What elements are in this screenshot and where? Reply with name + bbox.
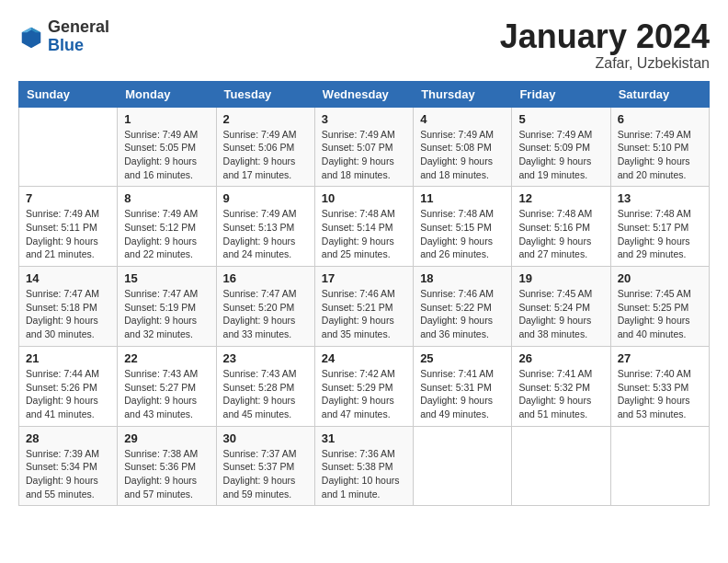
day-info: Sunrise: 7:41 AMSunset: 5:32 PMDaylight:… [518, 367, 603, 421]
weekday-header: Wednesday [314, 81, 413, 107]
day-number: 7 [26, 191, 110, 205]
page-header: General Blue January 2024 Zafar, Uzbekis… [18, 18, 710, 72]
calendar-cell: 18Sunrise: 7:46 AMSunset: 5:22 PMDayligh… [414, 267, 512, 347]
day-info: Sunrise: 7:43 AMSunset: 5:28 PMDaylight:… [223, 367, 308, 421]
day-number: 11 [420, 191, 505, 205]
calendar-cell: 2Sunrise: 7:49 AMSunset: 5:06 PMDaylight… [216, 107, 314, 187]
calendar-cell [19, 107, 118, 187]
calendar-cell: 8Sunrise: 7:49 AMSunset: 5:12 PMDaylight… [118, 187, 216, 267]
day-info: Sunrise: 7:45 AMSunset: 5:25 PMDaylight:… [618, 287, 702, 341]
weekday-header: Thursday [414, 81, 512, 107]
calendar-cell: 1Sunrise: 7:49 AMSunset: 5:05 PMDaylight… [118, 107, 216, 187]
day-info: Sunrise: 7:47 AMSunset: 5:18 PMDaylight:… [26, 287, 110, 341]
calendar-cell: 7Sunrise: 7:49 AMSunset: 5:11 PMDaylight… [19, 187, 118, 267]
day-info: Sunrise: 7:48 AMSunset: 5:16 PMDaylight:… [518, 207, 603, 261]
day-info: Sunrise: 7:49 AMSunset: 5:05 PMDaylight:… [124, 128, 209, 182]
calendar-cell: 4Sunrise: 7:49 AMSunset: 5:08 PMDaylight… [414, 107, 512, 187]
day-number: 29 [124, 431, 209, 445]
day-info: Sunrise: 7:46 AMSunset: 5:21 PMDaylight:… [322, 287, 406, 341]
day-info: Sunrise: 7:43 AMSunset: 5:27 PMDaylight:… [124, 367, 209, 421]
calendar-header-row: SundayMondayTuesdayWednesdayThursdayFrid… [19, 81, 710, 107]
calendar-cell [610, 426, 709, 506]
calendar-cell: 24Sunrise: 7:42 AMSunset: 5:29 PMDayligh… [314, 346, 413, 426]
calendar-cell: 29Sunrise: 7:38 AMSunset: 5:36 PMDayligh… [118, 426, 216, 506]
day-info: Sunrise: 7:49 AMSunset: 5:09 PMDaylight:… [518, 128, 603, 182]
logo-general: General [48, 17, 109, 36]
day-info: Sunrise: 7:36 AMSunset: 5:38 PMDaylight:… [322, 447, 406, 501]
calendar-cell: 30Sunrise: 7:37 AMSunset: 5:37 PMDayligh… [216, 426, 314, 506]
day-info: Sunrise: 7:48 AMSunset: 5:14 PMDaylight:… [322, 207, 406, 261]
day-number: 22 [124, 351, 209, 365]
day-number: 13 [618, 191, 702, 205]
logo-blue: Blue [48, 36, 84, 54]
calendar-cell: 23Sunrise: 7:43 AMSunset: 5:28 PMDayligh… [216, 346, 314, 426]
calendar-cell: 22Sunrise: 7:43 AMSunset: 5:27 PMDayligh… [118, 346, 216, 426]
calendar-cell: 16Sunrise: 7:47 AMSunset: 5:20 PMDayligh… [216, 267, 314, 347]
day-info: Sunrise: 7:39 AMSunset: 5:34 PMDaylight:… [26, 447, 110, 501]
day-number: 6 [618, 112, 702, 126]
calendar-cell: 25Sunrise: 7:41 AMSunset: 5:31 PMDayligh… [414, 346, 512, 426]
calendar-cell: 14Sunrise: 7:47 AMSunset: 5:18 PMDayligh… [19, 267, 118, 347]
day-number: 15 [124, 271, 209, 285]
day-info: Sunrise: 7:38 AMSunset: 5:36 PMDaylight:… [124, 447, 209, 501]
day-info: Sunrise: 7:41 AMSunset: 5:31 PMDaylight:… [420, 367, 505, 421]
logo: General Blue [18, 18, 109, 55]
calendar-cell [414, 426, 512, 506]
calendar-cell: 19Sunrise: 7:45 AMSunset: 5:24 PMDayligh… [512, 267, 610, 347]
title-block: January 2024 Zafar, Uzbekistan [500, 18, 710, 72]
day-info: Sunrise: 7:47 AMSunset: 5:20 PMDaylight:… [223, 287, 308, 341]
day-info: Sunrise: 7:49 AMSunset: 5:10 PMDaylight:… [618, 128, 702, 182]
day-info: Sunrise: 7:47 AMSunset: 5:19 PMDaylight:… [124, 287, 209, 341]
day-number: 9 [223, 191, 308, 205]
day-number: 25 [420, 351, 505, 365]
month-title: January 2024 [500, 18, 710, 55]
calendar-week-row: 1Sunrise: 7:49 AMSunset: 5:05 PMDaylight… [19, 107, 710, 187]
day-number: 18 [420, 271, 505, 285]
weekday-header: Tuesday [216, 81, 314, 107]
calendar-cell: 6Sunrise: 7:49 AMSunset: 5:10 PMDaylight… [610, 107, 709, 187]
day-info: Sunrise: 7:44 AMSunset: 5:26 PMDaylight:… [26, 367, 110, 421]
calendar-cell: 31Sunrise: 7:36 AMSunset: 5:38 PMDayligh… [314, 426, 413, 506]
day-number: 23 [223, 351, 308, 365]
day-info: Sunrise: 7:49 AMSunset: 5:06 PMDaylight:… [223, 128, 308, 182]
location: Zafar, Uzbekistan [500, 55, 710, 72]
day-info: Sunrise: 7:42 AMSunset: 5:29 PMDaylight:… [322, 367, 406, 421]
day-number: 27 [618, 351, 702, 365]
calendar-cell: 26Sunrise: 7:41 AMSunset: 5:32 PMDayligh… [512, 346, 610, 426]
day-number: 3 [322, 112, 406, 126]
day-info: Sunrise: 7:49 AMSunset: 5:07 PMDaylight:… [322, 128, 406, 182]
day-number: 19 [518, 271, 603, 285]
calendar-cell: 20Sunrise: 7:45 AMSunset: 5:25 PMDayligh… [610, 267, 709, 347]
day-number: 26 [518, 351, 603, 365]
calendar-week-row: 21Sunrise: 7:44 AMSunset: 5:26 PMDayligh… [19, 346, 710, 426]
calendar-cell: 13Sunrise: 7:48 AMSunset: 5:17 PMDayligh… [610, 187, 709, 267]
day-number: 14 [26, 271, 110, 285]
day-number: 21 [26, 351, 110, 365]
day-info: Sunrise: 7:49 AMSunset: 5:08 PMDaylight:… [420, 128, 505, 182]
calendar-week-row: 7Sunrise: 7:49 AMSunset: 5:11 PMDaylight… [19, 187, 710, 267]
day-info: Sunrise: 7:49 AMSunset: 5:12 PMDaylight:… [124, 207, 209, 261]
day-info: Sunrise: 7:48 AMSunset: 5:17 PMDaylight:… [618, 207, 702, 261]
day-info: Sunrise: 7:48 AMSunset: 5:15 PMDaylight:… [420, 207, 505, 261]
day-number: 16 [223, 271, 308, 285]
day-number: 28 [26, 431, 110, 445]
calendar-table: SundayMondayTuesdayWednesdayThursdayFrid… [18, 81, 710, 507]
calendar-cell: 9Sunrise: 7:49 AMSunset: 5:13 PMDaylight… [216, 187, 314, 267]
day-number: 8 [124, 191, 209, 205]
calendar-cell: 5Sunrise: 7:49 AMSunset: 5:09 PMDaylight… [512, 107, 610, 187]
calendar-cell: 17Sunrise: 7:46 AMSunset: 5:21 PMDayligh… [314, 267, 413, 347]
calendar-cell [512, 426, 610, 506]
day-number: 20 [618, 271, 702, 285]
weekday-header: Friday [512, 81, 610, 107]
calendar-cell: 21Sunrise: 7:44 AMSunset: 5:26 PMDayligh… [19, 346, 118, 426]
calendar-cell: 11Sunrise: 7:48 AMSunset: 5:15 PMDayligh… [414, 187, 512, 267]
day-info: Sunrise: 7:45 AMSunset: 5:24 PMDaylight:… [518, 287, 603, 341]
day-info: Sunrise: 7:40 AMSunset: 5:33 PMDaylight:… [618, 367, 702, 421]
day-number: 24 [322, 351, 406, 365]
calendar-cell: 3Sunrise: 7:49 AMSunset: 5:07 PMDaylight… [314, 107, 413, 187]
calendar-week-row: 28Sunrise: 7:39 AMSunset: 5:34 PMDayligh… [19, 426, 710, 506]
day-info: Sunrise: 7:37 AMSunset: 5:37 PMDaylight:… [223, 447, 308, 501]
weekday-header: Saturday [610, 81, 709, 107]
day-info: Sunrise: 7:49 AMSunset: 5:11 PMDaylight:… [26, 207, 110, 261]
calendar-cell: 27Sunrise: 7:40 AMSunset: 5:33 PMDayligh… [610, 346, 709, 426]
